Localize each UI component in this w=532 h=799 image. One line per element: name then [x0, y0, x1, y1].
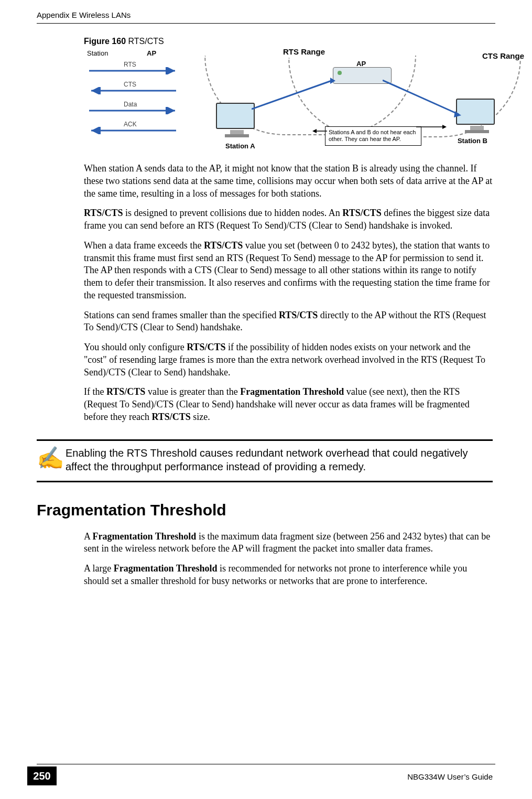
label-ap: AP — [147, 49, 156, 57]
svg-marker-11 — [442, 125, 447, 129]
header-rule — [37, 23, 495, 24]
svg-marker-7 — [454, 111, 461, 117]
para-1: When station A sends data to the AP, it … — [84, 163, 493, 200]
label-station-a: Station A — [225, 142, 255, 150]
note-block: ✍ Enabling the RTS Threshold causes redu… — [37, 446, 493, 473]
arrow-right-icon — [87, 107, 179, 114]
callout-pointer-right-icon — [415, 122, 447, 132]
para-6: If the RTS/CTS value is greater than the… — [84, 386, 493, 423]
callout-pointer-left-icon — [312, 126, 328, 136]
note-rule-top — [37, 439, 493, 441]
term-frag-threshold: Fragmentation Threshold — [93, 531, 197, 542]
frag-para-2: A large Fragmentation Threshold is recom… — [84, 563, 493, 588]
figure-rts-cts: Station AP RTS CTS Data ACK — [84, 48, 477, 153]
label-station-b: Station B — [458, 137, 487, 145]
footer-rule — [37, 764, 495, 764]
para-2: RTS/CTS is designed to prevent collision… — [84, 207, 493, 232]
term-rtscts: RTS/CTS — [84, 208, 123, 218]
arrow-left-icon — [87, 127, 179, 134]
arrow-rts: RTS — [87, 62, 179, 78]
frag-para-1: A Fragmentation Threshold is the maximum… — [84, 531, 493, 556]
footer-guide-title: NBG334W User’s Guide — [407, 772, 493, 781]
heading-fragmentation-threshold: Fragmentation Threshold — [37, 501, 493, 519]
text: If the — [84, 386, 106, 397]
arrow-data: Data — [87, 102, 179, 117]
figure-title: RTS/CTS — [126, 37, 164, 46]
station-b-icon — [456, 99, 498, 135]
text: Stations can send frames smaller than th… — [84, 310, 279, 320]
svg-line-4 — [252, 80, 333, 109]
note-rule-bottom — [37, 481, 493, 482]
text: A large — [84, 563, 114, 574]
term-rtscts: RTS/CTS — [342, 208, 381, 218]
link-ap-to-b — [383, 78, 461, 120]
figure-left-sequence: Station AP RTS CTS Data ACK — [84, 48, 199, 148]
page: Appendix E Wireless LANs Figure 160 RTS/… — [0, 0, 532, 799]
term-frag-threshold: Fragmentation Threshold — [240, 386, 344, 397]
svg-marker-9 — [312, 129, 317, 133]
text: is designed to prevent collisions due to… — [123, 208, 342, 218]
term-frag-threshold: Fragmentation Threshold — [114, 563, 218, 574]
hand-writing-icon: ✍ — [37, 446, 66, 469]
figure-number: Figure 160 — [84, 37, 126, 46]
label-station: Station — [87, 49, 108, 57]
arrow-cts: CTS — [87, 82, 179, 98]
figure-caption: Figure 160 RTS/CTS — [84, 37, 493, 46]
term-rtscts: RTS/CTS — [279, 310, 318, 320]
para-3: When a data frame exceeds the RTS/CTS va… — [84, 240, 493, 302]
link-a-to-ap — [252, 78, 335, 114]
note-text: Enabling the RTS Threshold causes redund… — [66, 446, 493, 473]
page-number: 250 — [27, 766, 57, 785]
figure-callout: Stations A and B do not hear each other.… — [325, 126, 421, 146]
text: value is greater than the — [145, 386, 240, 397]
arrow-ack: ACK — [87, 122, 179, 137]
text: A — [84, 531, 93, 542]
arrow-right-icon — [87, 67, 179, 74]
para-4: Stations can send frames smaller than th… — [84, 309, 493, 334]
term-rtscts: RTS/CTS — [151, 412, 190, 422]
term-rtscts: RTS/CTS — [106, 386, 145, 397]
figure-right-topology: RTS Range CTS Range AP Station A Station… — [210, 48, 477, 153]
term-rtscts: RTS/CTS — [187, 342, 225, 352]
term-rtscts: RTS/CTS — [204, 240, 243, 251]
content-column: Figure 160 RTS/CTS Station AP RTS CTS Da… — [84, 37, 493, 595]
svg-marker-5 — [330, 78, 335, 84]
text: size. — [191, 412, 210, 422]
svg-line-6 — [383, 80, 459, 114]
arrow-left-icon — [87, 87, 179, 94]
running-header-left: Appendix E Wireless LANs — [37, 10, 131, 19]
text: When a data frame exceeds the — [84, 240, 204, 251]
label-rts-range: RTS Range — [283, 47, 325, 56]
para-5: You should only configure RTS/CTS if the… — [84, 341, 493, 379]
text: You should only configure — [84, 342, 187, 352]
